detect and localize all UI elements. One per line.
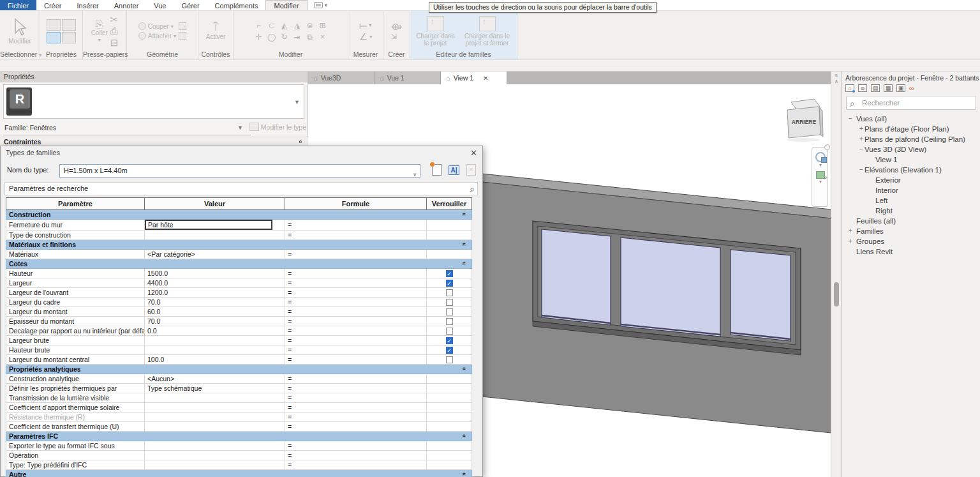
lock-checkbox[interactable]: ✓ bbox=[446, 280, 453, 287]
formula-cell[interactable]: = bbox=[285, 460, 427, 470]
constraints-section-header[interactable]: Contraintes « bbox=[0, 137, 308, 146]
modify-button[interactable]: Modifier bbox=[8, 18, 31, 45]
join-geometry-button[interactable]: Attacher ▾ bbox=[138, 32, 176, 40]
value-cell[interactable]: Par hôte bbox=[145, 220, 285, 231]
tree-expander-icon[interactable]: + bbox=[858, 124, 865, 134]
ribbon-tab-gérer[interactable]: Gérer bbox=[174, 0, 207, 10]
tree-item-el-vations-elevation-1-[interactable]: −Elévations (Elevation 1) bbox=[842, 165, 980, 175]
trim-icon[interactable]: ⇥ bbox=[292, 32, 302, 42]
formula-cell[interactable]: = bbox=[285, 288, 427, 298]
type-properties-icon[interactable] bbox=[62, 32, 76, 43]
tree-expander-icon[interactable]: + bbox=[858, 134, 865, 144]
close-icon[interactable]: ✕ bbox=[470, 148, 477, 158]
formula-cell[interactable]: = bbox=[285, 269, 427, 278]
ribbon-tab-créer[interactable]: Créer bbox=[36, 0, 70, 10]
value-cell[interactable] bbox=[145, 451, 285, 460]
ribbon-tab-modifier[interactable]: Modifier bbox=[265, 0, 307, 10]
value-cell[interactable] bbox=[145, 413, 285, 422]
properties-palette-icon[interactable] bbox=[47, 32, 61, 43]
group-label-selectionner[interactable]: Sélectionner ▾ bbox=[0, 50, 40, 59]
new-type-icon[interactable] bbox=[432, 164, 442, 176]
load-into-project-button[interactable]: Charger dans le projet bbox=[413, 16, 458, 47]
formula-cell[interactable]: = bbox=[285, 336, 427, 345]
close-tab-icon[interactable]: ✕ bbox=[483, 75, 488, 82]
measure-angle-button[interactable]: ∠▾ bbox=[359, 32, 372, 42]
rotate-icon[interactable]: ↻ bbox=[279, 32, 290, 42]
sheets-icon[interactable]: ▤ bbox=[871, 84, 880, 92]
cut-geometry-button[interactable]: Couper ▾ bbox=[138, 22, 176, 30]
measure-linear-button[interactable]: ⟝▾ bbox=[359, 20, 372, 30]
canvas-scrollbar[interactable]: ≡ ∧ bbox=[831, 72, 842, 477]
move-icon[interactable]: ✛ bbox=[254, 32, 264, 42]
parameter-search-input[interactable]: Paramètres de recherche ⌕ bbox=[4, 182, 478, 195]
value-cell[interactable]: Type schématique bbox=[145, 384, 285, 393]
value-cell[interactable]: 100.0 bbox=[145, 355, 285, 365]
value-edit-input[interactable]: Par hôte bbox=[145, 220, 272, 230]
value-cell[interactable]: 1500.0 bbox=[145, 269, 285, 278]
create-group-icon[interactable]: ⟴ bbox=[391, 22, 402, 31]
lock-checkbox[interactable] bbox=[446, 328, 453, 335]
tree-expander-icon[interactable]: + bbox=[847, 236, 854, 246]
value-cell[interactable]: <Par catégorie> bbox=[145, 250, 285, 259]
value-cell[interactable] bbox=[145, 441, 285, 451]
tree-item-vues-all-[interactable]: −Vues (all) bbox=[842, 114, 980, 124]
lock-checkbox[interactable]: ✓ bbox=[446, 337, 453, 344]
formula-cell[interactable]: = bbox=[285, 451, 427, 460]
formula-cell[interactable]: = bbox=[285, 250, 427, 259]
cut-icon[interactable]: ✂ bbox=[110, 15, 119, 24]
formula-cell[interactable]: = bbox=[285, 422, 427, 432]
tree-item-left[interactable]: Left bbox=[842, 195, 980, 206]
load-into-project-close-button[interactable]: Charger dans le projet et fermer bbox=[461, 16, 514, 47]
formula-cell[interactable]: = bbox=[285, 355, 427, 365]
scroll-up-icon[interactable]: ∧ bbox=[831, 79, 842, 85]
views-filter-icon[interactable]: ⧈ bbox=[858, 84, 867, 92]
navbar-handle-icon[interactable] bbox=[824, 144, 830, 150]
ribbon-tab-vue[interactable]: Vue bbox=[146, 0, 174, 10]
value-cell[interactable] bbox=[145, 403, 285, 413]
section-header-cotes[interactable]: Cotes« bbox=[6, 259, 472, 269]
tree-expander-icon[interactable]: + bbox=[847, 226, 854, 236]
tree-item-view-1[interactable]: View 1 bbox=[842, 155, 980, 165]
lock-checkbox[interactable]: ✓ bbox=[446, 347, 453, 354]
section-header-construction[interactable]: Construction« bbox=[6, 210, 472, 220]
value-cell[interactable] bbox=[145, 460, 285, 470]
pin-small-icon[interactable]: ⊞ bbox=[318, 20, 328, 31]
ribbon-tab-compléments[interactable]: Compléments bbox=[207, 0, 266, 10]
formula-cell[interactable]: = bbox=[285, 278, 427, 288]
edit-type-button[interactable]: Modifier le type bbox=[249, 123, 306, 131]
tree-item-plans-d-tage-floor-plan-[interactable]: +Plans d'étage (Floor Plan) bbox=[842, 124, 980, 134]
rename-type-icon[interactable]: A| bbox=[449, 165, 459, 175]
browser-search-input[interactable]: ⌕ Rechercher bbox=[846, 96, 976, 110]
formula-cell[interactable]: = bbox=[285, 345, 427, 355]
split-icon[interactable]: ⊜ bbox=[305, 20, 315, 31]
home-icon[interactable]: ⌂ bbox=[845, 84, 854, 92]
tree-item-liens-revit[interactable]: Liens Revit bbox=[842, 246, 980, 257]
activate-controls-button[interactable]: ⍑ Activer bbox=[206, 22, 226, 40]
formula-cell[interactable]: = bbox=[285, 374, 427, 384]
value-cell[interactable]: 1200.0 bbox=[145, 288, 285, 298]
groups-icon[interactable]: ▣ bbox=[896, 84, 905, 92]
tree-item-interior[interactable]: Interior bbox=[842, 185, 980, 195]
array-icon[interactable]: ⧉ bbox=[305, 32, 315, 42]
links-icon[interactable]: ∞ bbox=[909, 84, 914, 92]
mirror-axis-icon[interactable]: ◭ bbox=[279, 20, 290, 31]
chevron-down-icon[interactable]: ▼ bbox=[237, 125, 243, 131]
formula-cell[interactable]: = bbox=[285, 393, 427, 403]
tree-expander-icon[interactable]: − bbox=[858, 144, 865, 155]
lock-checkbox[interactable] bbox=[446, 308, 453, 315]
value-cell[interactable] bbox=[145, 231, 285, 240]
family-types-icon[interactable] bbox=[62, 19, 76, 31]
section-header-autre[interactable]: Autre« bbox=[6, 470, 472, 477]
lock-checkbox[interactable] bbox=[446, 356, 453, 363]
lock-checkbox[interactable]: ✓ bbox=[446, 270, 453, 277]
value-cell[interactable]: <Aucun> bbox=[145, 374, 285, 384]
demolish-icon[interactable] bbox=[179, 32, 186, 40]
tree-item-exterior[interactable]: Exterior bbox=[842, 175, 980, 185]
view-tab-vue3d[interactable]: ⌂Vue3D bbox=[308, 72, 375, 84]
formula-cell[interactable]: = bbox=[285, 413, 427, 422]
lock-checkbox[interactable] bbox=[446, 299, 453, 306]
paste-button[interactable]: ⎘ Coller ▾ bbox=[91, 19, 108, 43]
value-cell[interactable] bbox=[145, 336, 285, 345]
ribbon-tab-insérer[interactable]: Insérer bbox=[70, 0, 107, 10]
paint-icon[interactable] bbox=[179, 22, 186, 30]
